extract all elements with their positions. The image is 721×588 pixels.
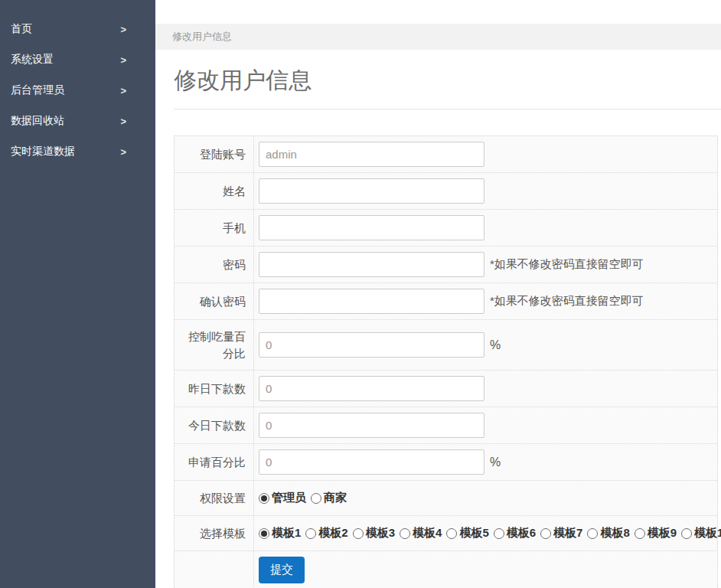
form-row-today-loans: 今日下款数: [175, 407, 717, 444]
chevron-right-icon: >: [120, 116, 126, 127]
radio-label[interactable]: 商家: [324, 491, 347, 505]
template-3-radio[interactable]: [353, 528, 364, 539]
edit-user-form: 登陆账号 姓名 手机 密码 *如果不修改密码直接留空即可: [174, 136, 718, 588]
yesterday-loans-input[interactable]: [259, 376, 484, 401]
chevron-right-icon: >: [120, 24, 126, 35]
empty-label-cell: [175, 551, 253, 588]
radio-label[interactable]: 模板6: [507, 526, 536, 541]
template-option-10: 模板10: [681, 526, 721, 541]
template-option-8: 模板8: [587, 526, 629, 541]
form-row-phone: 手机: [175, 210, 717, 247]
field-label: 手机: [175, 210, 253, 246]
field-label: 姓名: [175, 173, 253, 209]
radio-label[interactable]: 模板1: [272, 526, 301, 541]
form-row-control-eat-percent: 控制吃量百分比 %: [175, 320, 717, 371]
radio-label[interactable]: 模板3: [366, 526, 395, 541]
chevron-right-icon: >: [120, 85, 126, 96]
chevron-right-icon: >: [120, 146, 126, 158]
form-row-apply-percent: 申请百分比 %: [175, 444, 717, 481]
sidebar-item-label: 实时渠道数据: [11, 145, 75, 158]
field-label: 今日下款数: [175, 407, 253, 443]
radio-label[interactable]: 模板7: [553, 526, 582, 541]
permission-option-admin: 管理员: [259, 491, 306, 505]
sidebar-item-admins[interactable]: 后台管理员 >: [0, 75, 155, 106]
template-10-radio[interactable]: [681, 528, 692, 539]
template-option-2: 模板2: [305, 526, 347, 541]
confirm-password-input[interactable]: [259, 289, 484, 314]
template-option-5: 模板5: [446, 526, 488, 541]
confirm-password-note: *如果不修改密码直接留空即可: [490, 294, 644, 309]
radio-label[interactable]: 管理员: [272, 491, 306, 505]
sidebar-item-label: 首页: [11, 22, 32, 36]
field-label: 昨日下款数: [175, 371, 253, 407]
template-option-6: 模板6: [494, 526, 536, 541]
field-label: 权限设置: [175, 481, 253, 515]
form-row-permission: 权限设置 管理员 商家: [175, 481, 717, 516]
form-row-template: 选择模板 模板1 模板2 模板3: [175, 516, 717, 551]
template-1-radio[interactable]: [259, 528, 269, 539]
sidebar: 首页 > 系统设置 > 后台管理员 > 数据回收站 > 实时渠道数据 >: [0, 0, 155, 588]
permission-option-merchant: 商家: [311, 491, 347, 505]
login-account-input[interactable]: [259, 142, 484, 167]
template-option-9: 模板9: [635, 526, 677, 541]
radio-label[interactable]: 模板4: [413, 526, 442, 541]
template-2-radio[interactable]: [305, 528, 316, 539]
title-divider: [174, 109, 721, 109]
phone-input[interactable]: [259, 215, 484, 240]
password-note: *如果不修改密码直接留空即可: [490, 257, 644, 272]
submit-button[interactable]: 提交: [259, 557, 305, 583]
field-label: 申请百分比: [175, 444, 253, 480]
template-6-radio[interactable]: [494, 528, 504, 539]
name-input[interactable]: [259, 178, 484, 204]
template-option-7: 模板7: [540, 526, 582, 541]
breadcrumb-text: 修改用户信息: [172, 30, 232, 44]
percent-suffix: %: [490, 456, 501, 469]
percent-suffix: %: [490, 338, 501, 352]
field-label: 控制吃量百分比: [175, 320, 253, 370]
permission-admin-radio[interactable]: [259, 493, 269, 504]
apply-percent-input[interactable]: [259, 449, 484, 475]
template-option-4: 模板4: [400, 526, 442, 541]
form-row-login-account: 登陆账号: [175, 136, 717, 173]
radio-label[interactable]: 模板2: [318, 526, 347, 541]
form-row-password: 密码 *如果不修改密码直接留空即可: [175, 247, 717, 283]
sidebar-item-label: 系统设置: [11, 53, 54, 67]
form-row-confirm-password: 确认密码 *如果不修改密码直接留空即可: [175, 283, 717, 320]
permission-radio-group: 管理员 商家: [259, 491, 351, 505]
sidebar-item-label: 数据回收站: [11, 114, 64, 128]
template-option-3: 模板3: [353, 526, 395, 541]
sidebar-item-home[interactable]: 首页 >: [0, 14, 155, 44]
field-label: 登陆账号: [175, 136, 253, 172]
field-label: 密码: [175, 247, 253, 283]
radio-label[interactable]: 模板10: [694, 526, 721, 541]
radio-label[interactable]: 模板5: [459, 526, 488, 541]
field-label: 确认密码: [175, 283, 253, 319]
permission-merchant-radio[interactable]: [311, 493, 321, 504]
today-loans-input[interactable]: [259, 413, 484, 438]
template-9-radio[interactable]: [635, 528, 645, 539]
sidebar-item-label: 后台管理员: [11, 83, 64, 97]
main-content: 修改用户信息 修改用户信息 登陆账号 姓名 手机 密码: [155, 0, 721, 588]
template-8-radio[interactable]: [587, 528, 598, 539]
field-label: 选择模板: [175, 516, 253, 550]
form-row-submit: 提交: [175, 551, 717, 588]
form-row-name: 姓名: [175, 173, 717, 210]
form-row-yesterday-loans: 昨日下款数: [175, 371, 717, 407]
sidebar-item-system-settings[interactable]: 系统设置 >: [0, 44, 155, 75]
template-option-1: 模板1: [259, 526, 301, 541]
radio-label[interactable]: 模板9: [648, 526, 677, 541]
password-input[interactable]: [259, 252, 484, 277]
sidebar-item-realtime-channel-data[interactable]: 实时渠道数据 >: [0, 136, 155, 167]
breadcrumb: 修改用户信息: [155, 24, 721, 50]
template-radio-group: 模板1 模板2 模板3 模板4: [259, 526, 721, 541]
template-5-radio[interactable]: [446, 528, 457, 539]
radio-label[interactable]: 模板8: [600, 526, 629, 541]
template-4-radio[interactable]: [400, 528, 410, 539]
page-title: 修改用户信息: [174, 65, 721, 96]
template-7-radio[interactable]: [540, 528, 551, 539]
sidebar-item-recycle-bin[interactable]: 数据回收站 >: [0, 106, 155, 136]
chevron-right-icon: >: [120, 54, 126, 66]
control-eat-percent-input[interactable]: [259, 332, 484, 358]
